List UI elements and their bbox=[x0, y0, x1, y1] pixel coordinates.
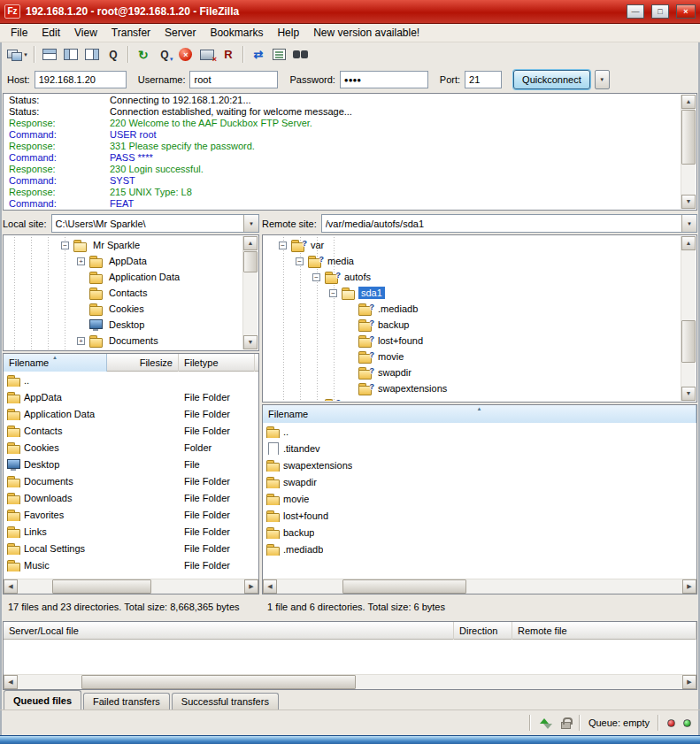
scroll-left-button[interactable]: ◀ bbox=[4, 675, 18, 689]
file-row-application-data[interactable]: Application DataFile Folder bbox=[4, 405, 258, 422]
local-list-hscrollbar[interactable]: ◀ ▶ bbox=[4, 579, 258, 594]
remote-list-hscrollbar[interactable]: ◀ ▶ bbox=[263, 579, 696, 594]
column-header-filename[interactable]: Filename ▲ bbox=[263, 405, 696, 423]
remote-tree-toggle-button[interactable] bbox=[81, 44, 103, 65]
file-row-mediadb[interactable]: .mediadb bbox=[263, 541, 696, 557]
collapse-icon[interactable]: − bbox=[61, 242, 69, 249]
tree-item-dvd[interactable]: ? dvd bbox=[264, 396, 681, 401]
scroll-up-button[interactable]: ▲ bbox=[681, 95, 696, 109]
tree-item-swapdir[interactable]: ? swapdir bbox=[264, 364, 681, 380]
quickconnect-button[interactable]: Quickconnect bbox=[513, 70, 590, 89]
chevron-down-icon[interactable]: ▼ bbox=[23, 52, 28, 58]
file-row-swapdir[interactable]: swapdir bbox=[263, 473, 696, 490]
quickconnect-dropdown-button[interactable]: ▼ bbox=[595, 70, 610, 89]
tree-item-autofs[interactable]: − ? autofs bbox=[264, 269, 681, 285]
column-header-server-local-file[interactable]: Server/Local file bbox=[4, 622, 454, 640]
file-row-parent[interactable]: .. bbox=[263, 423, 696, 440]
file-row-movie[interactable]: movie bbox=[263, 490, 696, 507]
synchronized-browsing-button[interactable] bbox=[269, 44, 290, 65]
queue-view-toggle-button[interactable]: Q bbox=[103, 44, 124, 65]
column-header-filetype[interactable]: Filetype bbox=[179, 354, 255, 372]
column-header-direction[interactable]: Direction bbox=[454, 622, 512, 640]
file-row-music[interactable]: MusicFile Folder bbox=[4, 556, 258, 573]
log-scrollbar[interactable]: ▲ ▼ bbox=[681, 95, 696, 209]
tree-item-var[interactable]: − ? var bbox=[264, 237, 681, 253]
scroll-thumb[interactable] bbox=[681, 110, 696, 165]
file-row-cookies[interactable]: CookiesFolder bbox=[4, 439, 258, 456]
local-tree-scrollbar[interactable]: ▲ ▼ bbox=[242, 236, 258, 349]
column-header-remote-file[interactable]: Remote file bbox=[512, 622, 696, 640]
scroll-right-button[interactable]: ▶ bbox=[244, 579, 258, 594]
file-row-titandev[interactable]: .titandev bbox=[263, 440, 696, 456]
tree-item-cookies[interactable]: Cookies bbox=[4, 301, 242, 317]
file-row-contacts[interactable]: ContactsFile Folder bbox=[4, 422, 258, 439]
file-row-favorites[interactable]: FavoritesFile Folder bbox=[4, 506, 258, 523]
menu-item-view[interactable]: View bbox=[67, 25, 104, 41]
tab-queued-files[interactable]: Queued files bbox=[4, 690, 81, 709]
file-row-backup[interactable]: backup bbox=[263, 524, 696, 541]
scroll-left-button[interactable]: ◀ bbox=[263, 579, 277, 594]
tree-item-contacts[interactable]: Contacts bbox=[4, 285, 242, 301]
file-row-links[interactable]: LinksFile Folder bbox=[4, 523, 258, 540]
scroll-thumb[interactable] bbox=[52, 579, 151, 594]
tree-item-sda1[interactable]: − sda1 bbox=[264, 285, 681, 301]
remote-site-input[interactable] bbox=[322, 215, 681, 232]
expand-icon[interactable]: + bbox=[77, 257, 85, 265]
scroll-up-button[interactable]: ▲ bbox=[243, 236, 258, 250]
minimize-button[interactable]: — bbox=[627, 4, 644, 19]
menu-item-new-version[interactable]: New version available! bbox=[306, 25, 427, 41]
file-row-desktop[interactable]: DesktopFile bbox=[4, 456, 258, 472]
collapse-icon[interactable]: − bbox=[329, 289, 337, 297]
maximize-button[interactable]: □ bbox=[651, 4, 669, 19]
column-header-filesize[interactable]: Filesize bbox=[107, 354, 179, 372]
process-queue-button[interactable]: Q▼ bbox=[154, 44, 175, 65]
scroll-down-button[interactable]: ▼ bbox=[681, 387, 696, 401]
tree-item-swapextensions[interactable]: ? swapextensions bbox=[264, 380, 681, 396]
encryption-lock-icon[interactable] bbox=[561, 722, 571, 729]
tab-failed-transfers[interactable]: Failed transfers bbox=[83, 693, 170, 709]
tree-item-mediadb[interactable]: ? .mediadb bbox=[264, 301, 681, 317]
collapse-icon[interactable]: − bbox=[312, 273, 320, 281]
file-row-parent[interactable]: .. bbox=[4, 372, 258, 388]
scroll-right-button[interactable]: ▶ bbox=[682, 579, 696, 594]
tree-item-media[interactable]: − ? media bbox=[264, 253, 681, 269]
menu-item-bookmarks[interactable]: Bookmarks bbox=[203, 25, 270, 41]
reconnect-button[interactable]: R bbox=[218, 44, 239, 65]
file-row-lost-found[interactable]: lost+found bbox=[263, 507, 696, 524]
scroll-left-button[interactable]: ◀ bbox=[4, 579, 18, 594]
tree-item-documents[interactable]: + Documents bbox=[4, 333, 242, 349]
column-header-filename[interactable]: Filename ▲ bbox=[4, 354, 107, 372]
port-input[interactable] bbox=[465, 71, 502, 88]
tree-item-desktop[interactable]: Desktop bbox=[4, 317, 242, 333]
file-row-swapextensions[interactable]: swapextensions bbox=[263, 456, 696, 473]
remote-tree-scrollbar[interactable]: ▲ ▼ bbox=[681, 236, 696, 401]
scroll-down-button[interactable]: ▼ bbox=[243, 335, 258, 349]
disconnect-button[interactable]: × bbox=[196, 44, 218, 65]
tree-item-mr-sparkle[interactable]: − Mr Sparkle bbox=[4, 237, 242, 253]
tree-item-lost-found[interactable]: ? lost+found bbox=[264, 333, 681, 349]
tree-item-backup[interactable]: ? backup bbox=[264, 317, 681, 333]
scroll-down-button[interactable]: ▼ bbox=[681, 195, 696, 209]
message-log-toggle-button[interactable] bbox=[39, 44, 60, 65]
collapse-icon[interactable]: − bbox=[296, 257, 304, 265]
scroll-right-button[interactable]: ▶ bbox=[682, 675, 696, 689]
file-row-appdata[interactable]: AppDataFile Folder bbox=[4, 388, 258, 405]
scroll-thumb[interactable] bbox=[681, 320, 696, 363]
file-row-local-settings[interactable]: Local SettingsFile Folder bbox=[4, 540, 258, 556]
menu-item-help[interactable]: Help bbox=[270, 25, 306, 41]
queue-hscrollbar[interactable]: ◀ ▶ bbox=[4, 674, 696, 689]
close-button[interactable]: × bbox=[676, 4, 696, 19]
collapse-icon[interactable]: − bbox=[279, 242, 287, 249]
local-tree-toggle-button[interactable] bbox=[60, 44, 81, 65]
menu-item-edit[interactable]: Edit bbox=[35, 25, 67, 41]
compare-directories-button[interactable]: ⇄ bbox=[248, 44, 269, 65]
scroll-thumb[interactable] bbox=[342, 579, 466, 594]
tree-item-appdata[interactable]: + AppData bbox=[4, 253, 242, 269]
cancel-operation-button[interactable]: × bbox=[175, 44, 196, 65]
local-site-input[interactable] bbox=[52, 215, 243, 232]
site-manager-button[interactable]: ▼ bbox=[5, 44, 30, 65]
tab-successful-transfers[interactable]: Successful transfers bbox=[172, 693, 279, 709]
scroll-thumb[interactable] bbox=[243, 251, 258, 272]
refresh-button[interactable]: ↻ bbox=[133, 44, 154, 65]
remote-site-dropdown-button[interactable]: ▼ bbox=[681, 215, 696, 232]
